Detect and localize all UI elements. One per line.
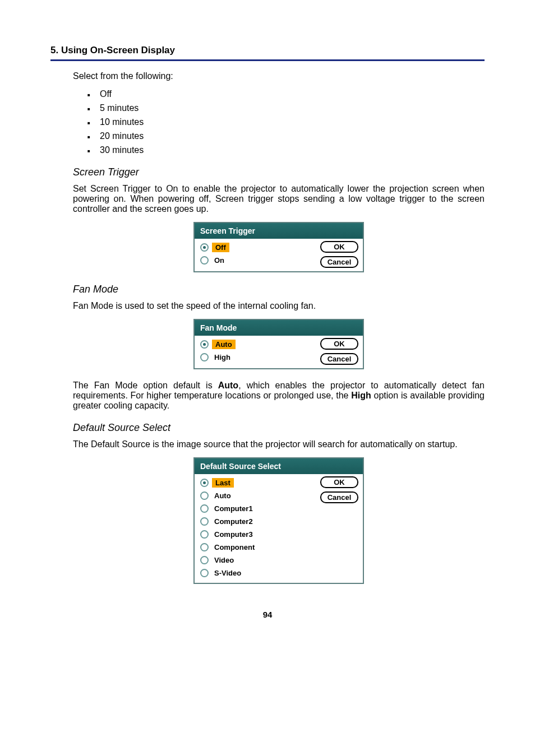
- section-heading: 5. Using On-Screen Display: [50, 45, 485, 61]
- cancel-button[interactable]: Cancel: [320, 353, 358, 365]
- dialog-options: Off On: [199, 241, 318, 268]
- radio-icon: [200, 530, 209, 539]
- dialog-title: Fan Mode: [195, 320, 363, 336]
- fan-mode-heading: Fan Mode: [73, 284, 485, 295]
- option-label: Last: [212, 478, 234, 488]
- radio-option-computer3[interactable]: Computer3: [199, 528, 318, 541]
- option-label: Computer1: [212, 504, 255, 513]
- dialog-options: Last Auto Computer1 Computer2: [199, 476, 318, 579]
- cancel-button[interactable]: Cancel: [320, 256, 358, 268]
- radio-option-computer1[interactable]: Computer1: [199, 502, 318, 515]
- option-label: Auto: [212, 491, 233, 500]
- bold-high: High: [351, 391, 371, 400]
- intro-text: Select from the following:: [73, 71, 485, 81]
- radio-option-svideo[interactable]: S-Video: [199, 567, 318, 579]
- radio-option-off[interactable]: Off: [199, 241, 318, 254]
- radio-icon: [200, 517, 209, 526]
- fan-mode-text-after: The Fan Mode option default is Auto, whi…: [73, 381, 485, 411]
- screen-trigger-dialog: Screen Trigger Off On OK Cancel: [193, 222, 364, 272]
- page-number: 94: [50, 610, 485, 619]
- cancel-button[interactable]: Cancel: [320, 491, 358, 503]
- default-source-dialog: Default Source Select Last Auto Computer…: [193, 457, 364, 584]
- dialog-title: Default Source Select: [195, 458, 363, 474]
- radio-option-high[interactable]: High: [199, 351, 318, 364]
- options-bullet-list: Off 5 minutes 10 minutes 20 minutes 30 m…: [87, 89, 485, 155]
- radio-option-last[interactable]: Last: [199, 476, 318, 489]
- radio-icon: [200, 504, 209, 513]
- option-label: Auto: [212, 340, 236, 349]
- radio-icon: [200, 340, 209, 349]
- screen-trigger-text: Set Screen Trigger to On to enable the p…: [73, 184, 485, 214]
- list-item: 20 minutes: [87, 131, 485, 141]
- option-label: On: [212, 256, 227, 265]
- radio-icon: [200, 556, 209, 564]
- page-content: Select from the following: Off 5 minutes…: [73, 71, 485, 584]
- option-label: High: [212, 353, 233, 362]
- radio-option-component[interactable]: Component: [199, 541, 318, 554]
- bold-auto: Auto: [218, 381, 238, 390]
- radio-icon: [200, 491, 209, 500]
- default-source-heading: Default Source Select: [73, 422, 485, 434]
- radio-option-auto[interactable]: Auto: [199, 338, 318, 351]
- radio-icon: [200, 256, 209, 265]
- ok-button[interactable]: OK: [320, 338, 358, 350]
- ok-button[interactable]: OK: [320, 476, 358, 488]
- radio-option-video[interactable]: Video: [199, 554, 318, 567]
- option-label: Off: [212, 243, 229, 252]
- dialog-options: Auto High: [199, 338, 318, 365]
- fan-mode-dialog: Fan Mode Auto High OK Cancel: [193, 319, 364, 369]
- option-label: Computer3: [212, 530, 255, 539]
- list-item: 30 minutes: [87, 145, 485, 155]
- list-item: Off: [87, 89, 485, 99]
- radio-icon: [200, 569, 209, 577]
- default-source-text: The Default Source is the image source t…: [73, 439, 485, 449]
- list-item: 10 minutes: [87, 117, 485, 127]
- ok-button[interactable]: OK: [320, 241, 358, 253]
- radio-icon: [200, 543, 209, 551]
- dialog-title: Screen Trigger: [195, 223, 363, 239]
- radio-icon: [200, 353, 209, 361]
- list-item: 5 minutes: [87, 103, 485, 113]
- option-label: Video: [212, 555, 236, 565]
- screen-trigger-heading: Screen Trigger: [73, 166, 485, 178]
- fan-mode-text-before: Fan Mode is used to set the speed of the…: [73, 301, 485, 311]
- radio-icon: [200, 479, 209, 487]
- option-label: S-Video: [212, 568, 243, 578]
- radio-option-auto[interactable]: Auto: [199, 489, 318, 502]
- radio-icon: [200, 243, 209, 252]
- radio-option-computer2[interactable]: Computer2: [199, 515, 318, 528]
- text-fragment: The Fan Mode option default is: [73, 381, 218, 390]
- option-label: Component: [212, 542, 257, 552]
- option-label: Computer2: [212, 517, 255, 526]
- radio-option-on[interactable]: On: [199, 254, 318, 267]
